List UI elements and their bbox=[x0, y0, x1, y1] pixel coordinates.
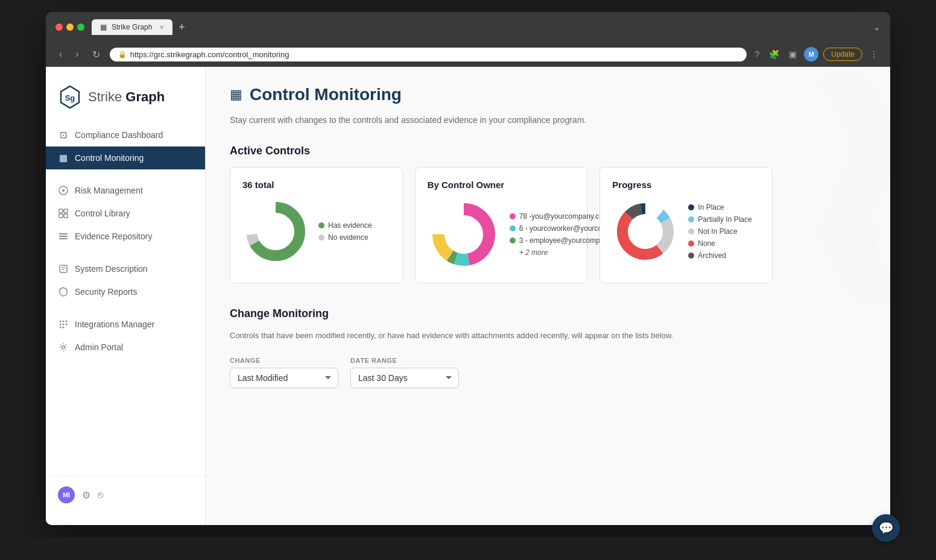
new-tab-button[interactable]: + bbox=[175, 21, 189, 34]
page-title: Control Monitoring bbox=[250, 85, 402, 104]
logout-icon[interactable]: ⎋ bbox=[98, 489, 104, 500]
svg-rect-6 bbox=[59, 214, 63, 218]
progress-donut-container: In Place Partially In Place Not In Place bbox=[612, 198, 760, 265]
sidebar-item-integrations-manager[interactable]: Integrations Manager bbox=[46, 313, 205, 336]
sidebar-item-control-monitoring[interactable]: ▦ Control Monitoring bbox=[46, 146, 205, 169]
svg-rect-8 bbox=[59, 233, 68, 234]
legend-owner-1: 6 - yourcoworker@yourcor bbox=[510, 224, 605, 233]
legend-owner-0: 78 -you@yourcompany.co bbox=[510, 212, 605, 221]
logo-area: Sg Strike Strike GraphGraph bbox=[46, 79, 205, 124]
user-avatar[interactable]: MI bbox=[58, 486, 75, 503]
settings-icon[interactable]: ⚙ bbox=[82, 489, 90, 501]
toolbar-icons: ? 🧩 ▣ M Update ⋮ bbox=[753, 47, 881, 61]
page-header-icon: ▦ bbox=[230, 87, 242, 102]
svg-point-16 bbox=[66, 321, 68, 322]
chat-icon: 💬 bbox=[879, 521, 894, 535]
extensions-icon[interactable]: 🧩 bbox=[767, 47, 782, 61]
lock-icon: 🔒 bbox=[118, 51, 127, 58]
svg-point-20 bbox=[60, 327, 62, 329]
date-range-filter-group: DATE RANGE Last 30 Days Last 7 Days Last… bbox=[350, 357, 459, 388]
owner-legend: 78 -you@yourcompany.co 6 - yourcoworker@… bbox=[510, 212, 605, 257]
svg-point-24 bbox=[251, 207, 300, 256]
sidebar-label-risk-management: Risk Management bbox=[75, 186, 143, 195]
progress-legend: In Place Partially In Place Not In Place bbox=[688, 203, 751, 260]
url-display: https://grc.strikegraph.com/control_moni… bbox=[130, 50, 289, 59]
active-tab[interactable]: ▦ Strike Graph ✕ bbox=[92, 19, 172, 35]
legend-has-evidence: Has evidence bbox=[318, 221, 372, 230]
svg-point-15 bbox=[63, 321, 65, 322]
address-bar[interactable]: 🔒 https://grc.strikegraph.com/control_mo… bbox=[110, 48, 747, 61]
forward-button[interactable]: › bbox=[72, 48, 82, 61]
back-button[interactable]: ‹ bbox=[55, 48, 66, 61]
sidebar-item-system-description[interactable]: System Description bbox=[46, 257, 205, 280]
svg-point-21 bbox=[63, 327, 65, 329]
total-chart-title: 36 total bbox=[242, 180, 390, 190]
admin-portal-icon bbox=[58, 342, 69, 353]
sidebar-item-control-library[interactable]: Control Library bbox=[46, 202, 205, 225]
owner-donut-chart bbox=[428, 198, 500, 271]
tab-close-icon[interactable]: ✕ bbox=[159, 24, 164, 31]
logo-text: Strike Strike GraphGraph bbox=[88, 89, 165, 105]
sidebar-label-control-monitoring: Control Monitoring bbox=[75, 153, 144, 163]
svg-rect-7 bbox=[64, 214, 68, 218]
maximize-button[interactable] bbox=[77, 24, 84, 31]
legend-progress-4: Archived bbox=[688, 251, 751, 260]
minimize-button[interactable] bbox=[66, 24, 74, 31]
sidebar-label-admin-portal: Admin Portal bbox=[75, 342, 123, 352]
sidebar-item-evidence-repository[interactable]: Evidence Repository bbox=[46, 225, 205, 248]
system-description-icon bbox=[58, 263, 69, 274]
svg-point-14 bbox=[60, 321, 62, 322]
svg-text:Sg: Sg bbox=[65, 93, 75, 102]
charts-row: 36 total Has evidenc bbox=[230, 167, 773, 283]
control-monitoring-icon: ▦ bbox=[58, 153, 69, 163]
date-range-filter-label: DATE RANGE bbox=[350, 357, 459, 364]
profile-avatar[interactable]: M bbox=[804, 47, 818, 61]
sidebar-label-compliance-dashboard: Compliance Dashboard bbox=[75, 130, 163, 140]
tab-title: Strike Graph bbox=[112, 23, 152, 31]
chart-card-owner: By Control Owner bbox=[415, 167, 588, 283]
change-monitoring-desc: Controls that have been modified recentl… bbox=[230, 330, 773, 342]
help-icon[interactable]: ? bbox=[753, 47, 762, 61]
browser-more-icon[interactable]: ⌄ bbox=[873, 22, 881, 32]
chart-card-progress: Progress bbox=[599, 167, 773, 283]
legend-no-evidence: No evidence bbox=[318, 233, 372, 242]
tab-favicon: ▦ bbox=[100, 23, 107, 31]
sidebar: Sg Strike Strike GraphGraph ⊡ Compliance… bbox=[46, 67, 206, 525]
update-button[interactable]: Update bbox=[823, 48, 862, 61]
total-legend: Has evidence No evidence bbox=[318, 221, 372, 242]
reload-button[interactable]: ↻ bbox=[89, 48, 104, 61]
sidebar-label-evidence-repository: Evidence Repository bbox=[75, 231, 152, 241]
traffic-lights bbox=[55, 24, 84, 31]
sidebar-item-risk-management[interactable]: Risk Management bbox=[46, 179, 205, 202]
total-donut-container: Has evidence No evidence bbox=[242, 198, 390, 265]
svg-point-18 bbox=[63, 324, 65, 326]
svg-point-17 bbox=[60, 324, 62, 326]
sidebar-item-security-reports[interactable]: Security Reports bbox=[46, 280, 205, 303]
control-library-icon bbox=[58, 208, 69, 219]
sidebar-item-admin-portal[interactable]: Admin Portal bbox=[46, 336, 205, 359]
sidebar-label-control-library: Control Library bbox=[75, 209, 130, 218]
change-filter-label: CHANGE bbox=[230, 357, 338, 364]
browser-window: ▦ Strike Graph ✕ + ⌄ ‹ › ↻ 🔒 https://grc… bbox=[46, 12, 890, 525]
browser-toolbar: ‹ › ↻ 🔒 https://grc.strikegraph.com/cont… bbox=[46, 42, 890, 67]
sidebar-label-system-description: System Description bbox=[75, 264, 148, 274]
progress-donut-chart bbox=[612, 198, 678, 265]
more-options-icon[interactable]: ⋮ bbox=[867, 47, 881, 61]
security-reports-icon bbox=[58, 286, 69, 297]
svg-rect-9 bbox=[59, 236, 68, 237]
integrations-manager-icon bbox=[58, 319, 69, 330]
risk-management-icon bbox=[58, 185, 69, 196]
change-filter-select[interactable]: Last Modified Evidence Added bbox=[230, 368, 338, 388]
evidence-repository-icon bbox=[58, 231, 69, 242]
legend-owner-more: + 2 more bbox=[510, 248, 605, 257]
chat-button[interactable]: 💬 bbox=[872, 514, 900, 537]
sidebar-label-security-reports: Security Reports bbox=[75, 287, 137, 297]
date-range-filter-select[interactable]: Last 30 Days Last 7 Days Last 90 Days bbox=[350, 368, 459, 388]
browser-tabs: ▦ Strike Graph ✕ + bbox=[92, 19, 866, 35]
close-button[interactable] bbox=[55, 24, 63, 31]
filter-row: CHANGE Last Modified Evidence Added DATE… bbox=[230, 357, 773, 388]
sidebar-label-integrations-manager: Integrations Manager bbox=[75, 319, 154, 329]
sidebar-toggle-icon[interactable]: ▣ bbox=[786, 47, 799, 61]
change-filter-group: CHANGE Last Modified Evidence Added bbox=[230, 357, 338, 388]
sidebar-item-compliance-dashboard[interactable]: ⊡ Compliance Dashboard bbox=[46, 124, 205, 146]
